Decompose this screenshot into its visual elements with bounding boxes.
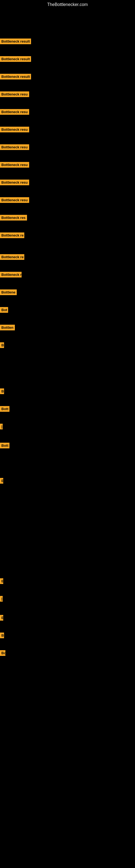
bottleneck-result-label: B	[0, 632, 4, 638]
bottleneck-result-label: Bott	[0, 406, 9, 412]
bottleneck-result-label: Bottlen	[0, 325, 15, 330]
bottleneck-result-label: Bottleneck result	[0, 56, 31, 62]
bottleneck-result-label: Bottleneck resu	[0, 144, 29, 150]
bottleneck-result-label: Bottleneck result	[0, 74, 31, 80]
bottleneck-result-label: Bottleneck resu	[0, 91, 29, 97]
bottleneck-result-label: Bo	[0, 650, 5, 656]
bottleneck-result-label: |	[0, 596, 3, 601]
bottleneck-result-label: Bott	[0, 443, 9, 448]
bottleneck-result-label: Bot	[0, 307, 8, 313]
bottleneck-result-label: Bottleneck res	[0, 215, 27, 220]
bottleneck-result-label: Bottleneck result	[0, 38, 31, 44]
bottleneck-result-label: B	[0, 389, 4, 394]
bottleneck-result-label: Bottleneck resu	[0, 197, 29, 203]
bottleneck-result-label: Bottleneck r	[0, 272, 21, 278]
bottleneck-result-label: Bottleneck resu	[0, 180, 29, 185]
site-title: TheBottlenecker.com	[0, 0, 135, 9]
bottleneck-result-label: Bottleneck re	[0, 232, 24, 238]
bottleneck-result-label: E	[0, 578, 3, 584]
bottleneck-result-label: Bottlene	[0, 289, 17, 295]
bottleneck-result-label: Bottleneck resu	[0, 162, 29, 167]
bottleneck-result-label: E	[0, 478, 3, 484]
bottleneck-result-label: Bottleneck resu	[0, 127, 29, 132]
bottleneck-result-label: B	[0, 342, 4, 348]
bottleneck-result-label: |	[0, 424, 3, 429]
bottleneck-result-label: E	[0, 615, 3, 621]
bottleneck-result-label: Bottleneck resu	[0, 109, 29, 115]
bottleneck-result-label: Bottleneck re	[0, 254, 24, 260]
